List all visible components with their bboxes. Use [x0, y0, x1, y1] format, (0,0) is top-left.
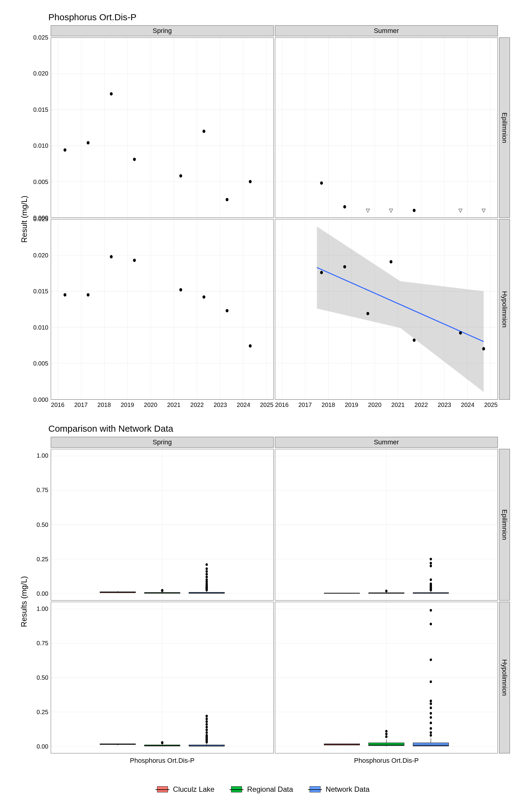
- svg-point-59: [63, 293, 66, 297]
- svg-point-120: [205, 570, 208, 573]
- svg-point-148: [429, 557, 432, 560]
- svg-rect-195: [413, 743, 448, 746]
- svg-point-66: [249, 344, 252, 348]
- svg-point-198: [429, 731, 432, 734]
- svg-point-17: [87, 141, 89, 144]
- svg-point-62: [133, 259, 136, 262]
- svg-point-203: [429, 707, 432, 709]
- svg-point-176: [205, 720, 208, 723]
- legend-item-regional: Regional Data: [229, 785, 293, 794]
- svg-point-202: [429, 712, 432, 715]
- svg-point-206: [429, 680, 432, 683]
- legend-swatch-icon: [229, 785, 243, 794]
- svg-point-146: [429, 565, 432, 567]
- svg-point-86: [366, 312, 369, 316]
- svg-point-63: [179, 288, 182, 291]
- chart2-grid: Results (mg/L) Spring Summer Epilimnion …: [15, 437, 510, 767]
- svg-point-175: [205, 723, 208, 726]
- svg-point-145: [429, 578, 432, 581]
- chart1-grid: Result (mg/L) Spring Summer Epilimnion H…: [15, 25, 510, 413]
- chart2-colstrip-summer: Summer: [275, 437, 498, 448]
- chart2-panel-summer-epi: [275, 449, 498, 601]
- svg-point-90: [482, 347, 485, 350]
- svg-point-85: [343, 265, 346, 268]
- chart1-rowstrip-hypo: Hypolimnion: [499, 219, 510, 399]
- svg-rect-189: [368, 743, 404, 746]
- svg-point-177: [205, 717, 208, 720]
- chart2-colstrip-spring: Spring: [51, 437, 274, 448]
- chart2-title: Comparison with Network Data: [48, 424, 510, 434]
- svg-point-193: [385, 730, 387, 733]
- svg-point-104: [161, 589, 163, 591]
- chart1-xaxis-right: 2016201720182019202020212022202320242025: [275, 401, 498, 413]
- chart1-yaxis-bottom: 0.0000.0050.0100.0150.0200.025: [35, 219, 49, 399]
- chart2-panel-spring-epi: [51, 449, 274, 601]
- svg-point-207: [429, 658, 432, 661]
- chart1-colstrip-spring: Spring: [51, 25, 274, 36]
- chart2-xaxis-right: Phosphorus Ort.Dis-P: [275, 755, 498, 767]
- svg-point-192: [385, 733, 387, 735]
- svg-point-87: [390, 260, 393, 263]
- legend-label: Network Data: [326, 785, 369, 794]
- chart1-panel-spring-hypo: [51, 219, 274, 399]
- svg-point-61: [110, 255, 113, 259]
- svg-point-20: [179, 174, 182, 178]
- chart1-title: Phosphorus Ort.Dis-P: [48, 12, 510, 22]
- svg-point-18: [110, 92, 113, 96]
- svg-point-200: [429, 722, 432, 725]
- svg-point-89: [459, 331, 462, 335]
- svg-point-208: [429, 623, 432, 625]
- chart1-panel-summer-hypo: [275, 219, 498, 399]
- svg-point-60: [87, 293, 89, 297]
- svg-point-88: [413, 339, 415, 342]
- svg-point-119: [205, 573, 208, 575]
- legend-label: Regional Data: [247, 785, 293, 794]
- svg-point-118: [205, 575, 208, 578]
- svg-point-173: [205, 728, 208, 731]
- legend: Cluculz Lake Regional Data Network Data: [15, 776, 510, 803]
- svg-point-16: [63, 148, 66, 151]
- chart1-panel-spring-epi: [51, 38, 274, 218]
- chart2-panel-spring-hypo: [51, 602, 274, 753]
- svg-point-191: [385, 735, 387, 738]
- chart2-panel-summer-hypo: [275, 602, 498, 753]
- svg-point-23: [249, 180, 252, 183]
- svg-point-41: [343, 205, 346, 208]
- svg-point-201: [429, 716, 432, 719]
- chart2-yaxis-bottom: 0.000.250.500.751.00: [35, 602, 49, 753]
- svg-point-199: [429, 727, 432, 730]
- svg-point-209: [429, 609, 432, 612]
- chart2-rowstrip-epi: Epilimnion: [499, 449, 510, 601]
- svg-point-147: [429, 562, 432, 565]
- svg-point-84: [320, 271, 323, 274]
- chart2-ylabel: Results (mg/L): [15, 437, 33, 767]
- svg-point-121: [205, 567, 208, 570]
- chart1-yaxis-top: 0.0000.0050.0100.0150.0200.025: [35, 38, 49, 218]
- svg-point-205: [429, 699, 432, 702]
- chart1-colstrip-summer: Summer: [275, 25, 498, 36]
- chart2-yaxis-top: 0.000.250.500.751.00: [35, 449, 49, 601]
- svg-point-171: [205, 734, 208, 737]
- svg-point-144: [429, 583, 432, 585]
- chart1-panel-summer-epi: [275, 38, 498, 218]
- svg-point-178: [205, 715, 208, 717]
- legend-item-network: Network Data: [308, 785, 369, 794]
- svg-point-22: [226, 198, 228, 201]
- legend-item-cluculz: Cluculz Lake: [156, 785, 215, 794]
- svg-point-117: [205, 578, 208, 581]
- legend-swatch-icon: [308, 785, 322, 794]
- svg-point-197: [429, 734, 432, 737]
- svg-point-40: [320, 181, 323, 185]
- chart1-rowstrip-epi: Epilimnion: [499, 38, 510, 218]
- chart2-rowstrip-hypo: Hypolimnion: [499, 602, 510, 753]
- svg-point-64: [202, 296, 205, 299]
- chart2-xaxis-left: Phosphorus Ort.Dis-P: [51, 755, 274, 767]
- svg-point-162: [161, 741, 163, 744]
- svg-point-21: [202, 129, 205, 133]
- svg-point-135: [385, 589, 387, 592]
- chart1-xaxis-left: 2016201720182019202020212022202320242025: [51, 401, 274, 413]
- chart1-ylabel: Result (mg/L): [15, 25, 33, 413]
- legend-swatch-icon: [156, 785, 169, 794]
- svg-point-204: [429, 702, 432, 705]
- legend-label: Cluculz Lake: [173, 785, 215, 794]
